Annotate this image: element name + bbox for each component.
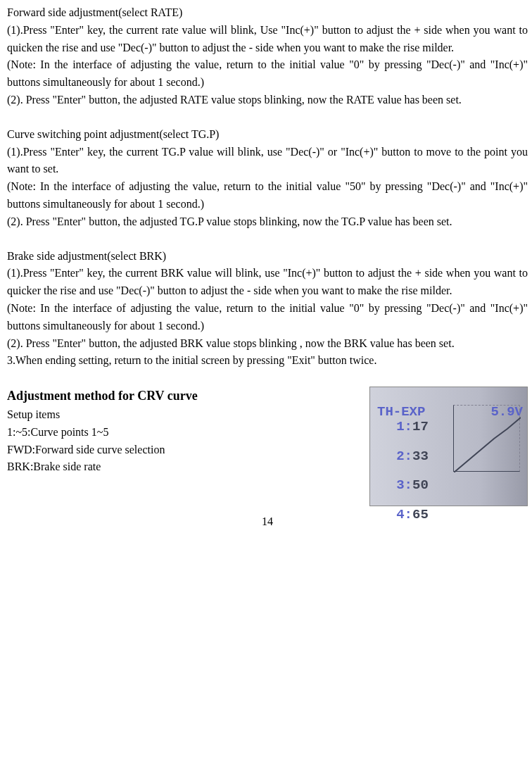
brk-step3: 3.When ending setting, return to the ini…: [7, 352, 528, 370]
lcd-row-value: 33: [412, 449, 429, 464]
brk-title: Brake side adjustment(select BRK): [7, 248, 528, 265]
lcd-row-label: 4:: [377, 508, 412, 522]
brk-step1: (1).Press "Enter" key, the current BRK v…: [7, 265, 528, 300]
tgp-note: (Note: In the interface of adjusting the…: [7, 178, 528, 213]
rate-note: (Note: In the interface of adjusting the…: [7, 56, 528, 92]
spacer: [7, 231, 528, 248]
tgp-step1: (1).Press "Enter" key, the current TG.P …: [7, 144, 528, 179]
crv-text-block: Adjustment method for CRV curve Setup it…: [7, 387, 355, 476]
lcd-row-label: 3:: [377, 478, 412, 493]
crv-l2: 1:~5:Curve points 1~5: [7, 424, 355, 441]
crv-l4: BRK:Brake side rate: [7, 458, 355, 476]
lcd-row-label: 2:: [377, 449, 412, 464]
tgp-step2: (2). Press "Enter" button, the adjusted …: [7, 213, 528, 231]
lcd-curve-graph: [453, 405, 520, 472]
crv-l1: Setup items: [7, 406, 355, 424]
rate-step2: (2). Press "Enter" button, the adjusted …: [7, 92, 528, 109]
crv-l3: FWD:Forward side curve selection: [7, 441, 355, 459]
document-page: Forward side adjustment(select RATE) (1)…: [0, 0, 532, 531]
spacer: [7, 109, 528, 126]
crv-row: Adjustment method for CRV curve Setup it…: [7, 387, 528, 506]
lcd-row-label: 1:: [377, 420, 412, 434]
brk-step2: (2). Press "Enter" button, the adjusted …: [7, 335, 528, 353]
rate-step1: (1).Press "Enter" key, the current rate …: [7, 22, 528, 57]
brk-note: (Note: In the interface of adjusting the…: [7, 300, 528, 335]
lcd-row-value: 17: [412, 420, 429, 434]
spacer: [7, 370, 528, 387]
rate-title: Forward side adjustment(select RATE): [7, 4, 528, 22]
curve-line-icon: [454, 406, 521, 472]
crv-heading: Adjustment method for CRV curve: [7, 387, 355, 406]
lcd-display: TH-EXP5.9V 1: 17 2: 33 3: 50 4: 65 5: 82…: [369, 387, 528, 506]
tgp-title: Curve switching point adjustment(select …: [7, 126, 528, 144]
lcd-row-value: 65: [412, 508, 429, 522]
lcd-row-value: 50: [412, 478, 429, 493]
lcd-title: TH-EXP: [377, 404, 425, 420]
lcd-screenshot: TH-EXP5.9V 1: 17 2: 33 3: 50 4: 65 5: 82…: [369, 387, 528, 506]
